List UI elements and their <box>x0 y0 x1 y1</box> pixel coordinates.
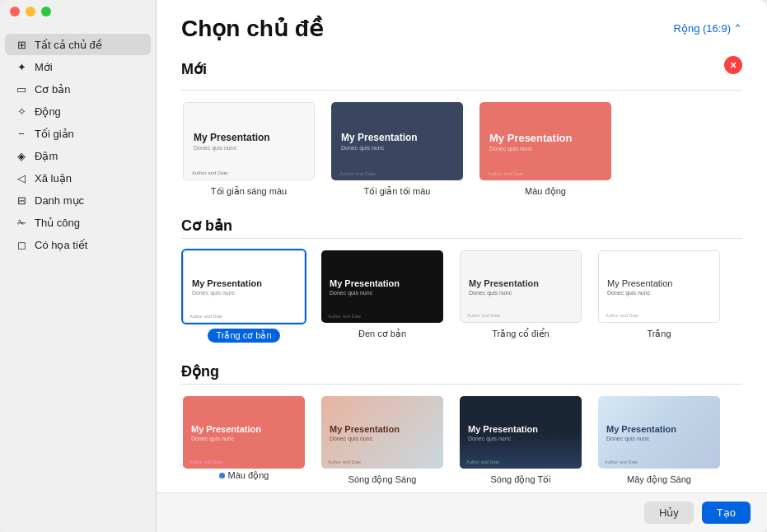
sidebar-item-handcraft[interactable]: ✁ Thủ công <box>5 212 151 233</box>
template-label-blank: Trắng <box>647 329 671 339</box>
template-label-dark-minimal: Tối giản tối màu <box>364 186 431 197</box>
template-card-dyn-wave-dark[interactable]: My Presentation Donec quis nunc Author a… <box>458 394 583 485</box>
speaker-icon: ◁ <box>15 171 28 184</box>
minus-icon: − <box>15 127 28 140</box>
template-thumb-dyn-wave-dark: My Presentation Donec quis nunc Author a… <box>458 394 583 470</box>
template-label-light-minimal: Tối giản sáng màu <box>211 186 287 197</box>
sidebar-item-basic[interactable]: ▭ Cơ bản <box>5 78 151 100</box>
template-label-classic-white: Trắng cổ điển <box>492 329 550 339</box>
main-panel: Chọn chủ đề Rộng (16:9) ⌃ Mới × My Prese… <box>157 0 767 532</box>
sidebar-item-dynamic[interactable]: ✧ Động <box>5 100 151 122</box>
slide-subtitle-7: Donec quis nunc <box>607 290 711 296</box>
section-basic: Cơ bản My Presentation Donec quis nunc A… <box>181 205 742 343</box>
template-thumb-black-basic: My Presentation Donec quis nunc Author a… <box>320 249 445 324</box>
template-card-blank[interactable]: My Presentation Donec quis nunc Author a… <box>596 249 722 343</box>
title-bar <box>0 0 767 23</box>
slide-author-6: Author and Date <box>467 313 500 318</box>
fullscreen-button[interactable] <box>41 7 51 16</box>
slide-author-11: Author and Date <box>605 460 638 464</box>
bottom-bar: Hủy Tạo <box>157 492 767 532</box>
template-thumb-dyn-colorful: My Presentation Donec quis nunc Author a… <box>181 394 306 470</box>
cancel-button[interactable]: Hủy <box>644 502 694 524</box>
slide-author-8: Author and Date <box>189 460 222 464</box>
template-label-white-basic: Trắng cơ bản <box>208 329 279 343</box>
sidebar-item-bold[interactable]: ◈ Đậm <box>5 145 151 166</box>
section-dynamic-divider <box>181 384 742 385</box>
template-label-dyn-wave-dark: Sóng động Tối <box>490 474 550 485</box>
new-template-grid: My Presentation Donec quis nunc Author a… <box>181 100 742 197</box>
section-basic-divider <box>181 238 742 239</box>
dot-indicator-dyn <box>219 473 225 478</box>
sidebar-item-new[interactable]: ✦ Mới <box>5 56 151 77</box>
slide-title-6: My Presentation <box>469 278 573 288</box>
template-card-light-minimal[interactable]: My Presentation Donec quis nunc Author a… <box>181 100 316 197</box>
section-new-title: Mới <box>181 49 207 82</box>
minimize-button[interactable] <box>26 7 35 16</box>
template-label-dyn-wave-light: Sóng động Sáng <box>348 474 417 485</box>
slide-title-11: My Presentation <box>606 424 712 434</box>
slide-author-1: Author and Date <box>192 170 228 175</box>
aspect-ratio-button[interactable]: Rộng (16:9) ⌃ <box>674 22 742 35</box>
template-thumb-dyn-cloud-light: My Presentation Donec quis nunc Author a… <box>596 394 722 470</box>
section-dynamic: Động My Presentation Donec quis nunc Aut… <box>181 351 742 485</box>
bold-icon: ◈ <box>15 149 28 162</box>
slide-title-5: My Presentation <box>330 278 435 288</box>
close-button[interactable] <box>10 7 20 16</box>
slide-title-1: My Presentation <box>194 132 304 143</box>
slide-title-2: My Presentation <box>341 132 453 143</box>
template-thumb-light-minimal: My Presentation Donec quis nunc Author a… <box>181 100 316 182</box>
dynamic-template-grid: My Presentation Donec quis nunc Author a… <box>181 394 742 485</box>
sidebar-item-narration[interactable]: ◁ Xã luận <box>5 167 151 189</box>
template-card-dyn-cloud-light[interactable]: My Presentation Donec quis nunc Author a… <box>596 394 722 485</box>
template-thumb-dark-minimal: My Presentation Donec quis nunc Author a… <box>330 100 465 182</box>
template-thumb-blank: My Presentation Donec quis nunc Author a… <box>596 249 722 324</box>
chevron-icon: ⌃ <box>733 22 742 35</box>
template-label-colorful: Màu động <box>525 186 566 197</box>
grid2-icon: ⊟ <box>15 194 28 207</box>
template-label-dyn-colorful: Màu động <box>228 470 269 481</box>
section-new: Mới × My Presentation Donec quis nunc Au… <box>181 49 742 197</box>
slide-subtitle-3: Donec quis nunc <box>489 146 601 152</box>
slide-author-5: Author and Date <box>328 314 361 319</box>
slide-title-10: My Presentation <box>468 424 573 434</box>
slide-subtitle-11: Donec quis nunc <box>606 436 712 441</box>
sidebar: ⊞ Tất cả chủ đề ✦ Mới ▭ Cơ bản ✧ Động − … <box>0 0 157 532</box>
slide-author-4: Author and Date <box>189 314 222 319</box>
sidebar-item-illustrated[interactable]: ◻ Có họa tiết <box>5 234 151 255</box>
slide-title-8: My Presentation <box>191 424 297 434</box>
sidebar-item-minimal[interactable]: − Tối giản <box>5 123 151 144</box>
template-card-colorful[interactable]: My Presentation Donec quis nunc Author a… <box>478 100 613 197</box>
template-card-dark-minimal[interactable]: My Presentation Donec quis nunc Author a… <box>330 100 465 197</box>
hand-icon: ✁ <box>15 216 28 229</box>
template-card-dyn-colorful[interactable]: My Presentation Donec quis nunc Author a… <box>181 394 306 485</box>
star-icon: ✧ <box>15 105 28 118</box>
sparkle-icon: ✦ <box>15 60 28 73</box>
slide-title-7: My Presentation <box>607 278 711 288</box>
template-thumb-white-basic: My Presentation Donec quis nunc Author a… <box>181 249 306 324</box>
slide-author-7: Author and Date <box>606 313 638 318</box>
slide-author-2: Author and Date <box>339 171 376 176</box>
template-scroll-area[interactable]: Mới × My Presentation Donec quis nunc Au… <box>157 49 767 492</box>
sidebar-item-portfolio[interactable]: ⊟ Danh mục <box>5 189 151 211</box>
slide-subtitle-4: Donec quis nunc <box>192 290 296 296</box>
section-dynamic-title: Động <box>181 351 742 384</box>
template-card-white-basic[interactable]: My Presentation Donec quis nunc Author a… <box>181 249 306 343</box>
template-card-dyn-wave-light[interactable]: My Presentation Donec quis nunc Author a… <box>320 394 445 485</box>
template-thumb-dyn-wave-light: My Presentation Donec quis nunc Author a… <box>320 394 445 470</box>
template-label-dyn-colorful-wrapper: Màu động <box>219 470 269 481</box>
slide-subtitle-10: Donec quis nunc <box>468 436 573 441</box>
slide-author-3: Author and Date <box>488 171 524 176</box>
slide-author-9: Author and Date <box>328 460 361 464</box>
section-new-divider <box>181 90 742 91</box>
sidebar-item-all[interactable]: ⊞ Tất cả chủ đề <box>5 34 151 55</box>
slide-author-10: Author and Date <box>466 460 499 464</box>
template-card-classic-white[interactable]: My Presentation Donec quis nunc Author a… <box>458 249 583 343</box>
square-icon: ▭ <box>15 82 28 96</box>
create-button[interactable]: Tạo <box>702 502 751 524</box>
section-new-header: Mới × <box>181 49 742 82</box>
close-new-button[interactable]: × <box>724 56 742 74</box>
slide-subtitle-1: Donec quis nunc <box>194 145 304 151</box>
template-card-black-basic[interactable]: My Presentation Donec quis nunc Author a… <box>320 249 445 343</box>
slide-subtitle-6: Donec quis nunc <box>469 290 573 296</box>
section-basic-title: Cơ bản <box>181 205 742 238</box>
